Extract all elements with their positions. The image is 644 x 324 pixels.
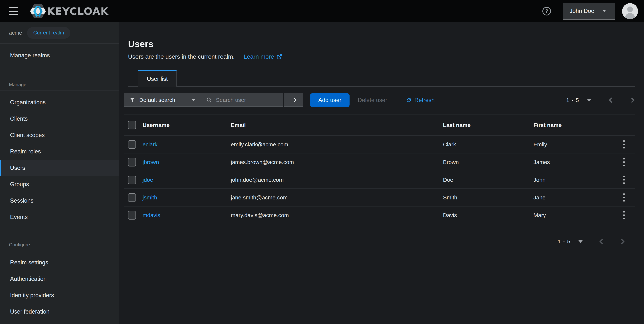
external-link-icon [276, 54, 282, 60]
column-header-username[interactable]: Username [142, 122, 231, 128]
table-row: eclark emily.clark@acme.com Clark Emily [124, 136, 635, 153]
kebab-menu-button[interactable] [620, 156, 628, 168]
row-checkbox[interactable] [128, 140, 136, 149]
toolbar: Default search Add user Delete user [124, 93, 635, 107]
next-page-button[interactable] [630, 97, 635, 103]
sidebar-section-configure: Configure [0, 241, 119, 248]
divider [0, 91, 119, 91]
kebab-menu-button[interactable] [620, 191, 628, 203]
current-realm-badge: Current realm [27, 27, 70, 39]
row-checkbox[interactable] [128, 158, 136, 166]
username-link[interactable]: jdoe [142, 177, 153, 183]
previous-page-button[interactable] [608, 97, 613, 103]
chevron-right-icon [620, 238, 625, 245]
brand-name: KEYCLOAK [47, 6, 109, 17]
previous-page-button[interactable] [599, 238, 604, 245]
sidebar-item-sessions[interactable]: Sessions [0, 193, 119, 209]
realm-name: acme [9, 30, 22, 36]
search-field[interactable] [202, 93, 283, 107]
refresh-button[interactable]: Refresh [406, 97, 435, 104]
search-icon [206, 97, 212, 103]
first-name-cell: John [534, 177, 613, 183]
kebab-menu-button[interactable] [620, 138, 628, 150]
chevron-right-icon [630, 97, 635, 103]
sidebar-item-clients[interactable]: Clients [0, 111, 119, 127]
sidebar-item-authentication[interactable]: Authentication [0, 271, 119, 287]
divider [397, 94, 398, 106]
sidebar-section-manage: Manage [0, 81, 119, 88]
select-all-checkbox[interactable] [128, 121, 136, 129]
kebab-menu-button[interactable] [620, 174, 628, 186]
email-cell: mary.davis@acme.com [231, 212, 443, 218]
pagination-bottom: 1 - 5 [128, 238, 635, 245]
sidebar-item-users[interactable]: Users [0, 160, 119, 176]
pagination-caret-down-icon[interactable] [587, 99, 591, 102]
sidebar-item-groups[interactable]: Groups [0, 176, 119, 193]
email-cell: emily.clark@acme.com [231, 141, 443, 148]
delete-user-button[interactable]: Delete user [358, 97, 387, 104]
last-name-cell: Brown [443, 159, 534, 165]
username-link[interactable]: jbrown [142, 159, 159, 165]
tab-user-list[interactable]: User list [138, 70, 177, 87]
username-link[interactable]: eclark [142, 141, 158, 147]
divider [0, 251, 119, 251]
tab-label: User list [147, 76, 168, 82]
row-checkbox[interactable] [128, 176, 136, 184]
page-title: Users [128, 39, 635, 49]
avatar-icon [622, 3, 638, 19]
add-user-button[interactable]: Add user [310, 93, 350, 107]
caret-down-icon [191, 99, 196, 101]
table-row: jsmith jane.smith@acme.com Smith Jane [124, 189, 635, 206]
sidebar-item-user-federation[interactable]: User federation [0, 303, 119, 320]
table-row: jbrown james.brown@acme.com Brown James [124, 153, 635, 171]
sidebar-item-identity-providers[interactable]: Identity providers [0, 287, 119, 303]
sidebar-item-realm-roles[interactable]: Realm roles [0, 143, 119, 160]
column-header-last-name[interactable]: Last name [443, 122, 534, 128]
row-checkbox[interactable] [128, 193, 136, 202]
masthead: KEYCLOAK ? John Doe [0, 0, 644, 22]
username-link[interactable]: mdavis [142, 212, 160, 218]
arrow-right-icon [290, 97, 297, 103]
chevron-left-icon [608, 97, 613, 103]
chevron-down-icon [602, 10, 606, 12]
row-checkbox[interactable] [128, 211, 136, 219]
kebab-menu-button[interactable] [620, 209, 628, 221]
search-input[interactable] [216, 97, 277, 103]
table-row: mdavis mary.davis@acme.com Davis Mary [124, 206, 635, 224]
sidebar-item-client-scopes[interactable]: Client scopes [0, 127, 119, 143]
last-name-cell: Davis [443, 212, 534, 218]
filter-icon [130, 97, 135, 103]
pagination-range: 1 - 5 [558, 238, 571, 245]
refresh-icon [406, 97, 412, 103]
first-name-cell: James [534, 159, 613, 165]
column-header-first-name[interactable]: First name [534, 122, 613, 128]
username-link[interactable]: jsmith [142, 194, 157, 201]
pagination-range: 1 - 5 [566, 97, 579, 103]
search-type-dropdown[interactable]: Default search [124, 93, 201, 107]
first-name-cell: Jane [534, 194, 613, 201]
hamburger-menu-icon[interactable] [9, 7, 18, 15]
sidebar: acme Current realm Manage realms Manage … [0, 22, 119, 324]
sidebar-item-realm-settings[interactable]: Realm settings [0, 254, 119, 271]
table-row: jdoe john.doe@acme.com Doe John [124, 171, 635, 189]
last-name-cell: Clark [443, 141, 534, 148]
refresh-label: Refresh [414, 97, 435, 104]
learn-more-link[interactable]: Learn more [244, 53, 282, 60]
search-submit-button[interactable] [284, 93, 304, 107]
help-icon[interactable]: ? [542, 7, 551, 16]
sidebar-item-organizations[interactable]: Organizations [0, 94, 119, 111]
email-cell: james.brown@acme.com [231, 159, 443, 165]
avatar[interactable] [622, 3, 638, 19]
email-cell: john.doe@acme.com [231, 177, 443, 183]
pagination-caret-down-icon[interactable] [578, 240, 582, 243]
page-description: Users are the users in the current realm… [128, 53, 235, 60]
next-page-button[interactable] [620, 238, 625, 245]
sidebar-item-manage-realms[interactable]: Manage realms [0, 47, 119, 64]
user-menu-dropdown[interactable]: John Doe [563, 3, 615, 20]
column-header-email[interactable]: Email [231, 122, 443, 128]
user-name: John Doe [570, 8, 594, 14]
pagination-top: 1 - 5 [566, 97, 635, 103]
realm-selector[interactable]: acme Current realm [0, 22, 119, 44]
sidebar-item-events[interactable]: Events [0, 209, 119, 225]
first-name-cell: Emily [534, 141, 613, 148]
